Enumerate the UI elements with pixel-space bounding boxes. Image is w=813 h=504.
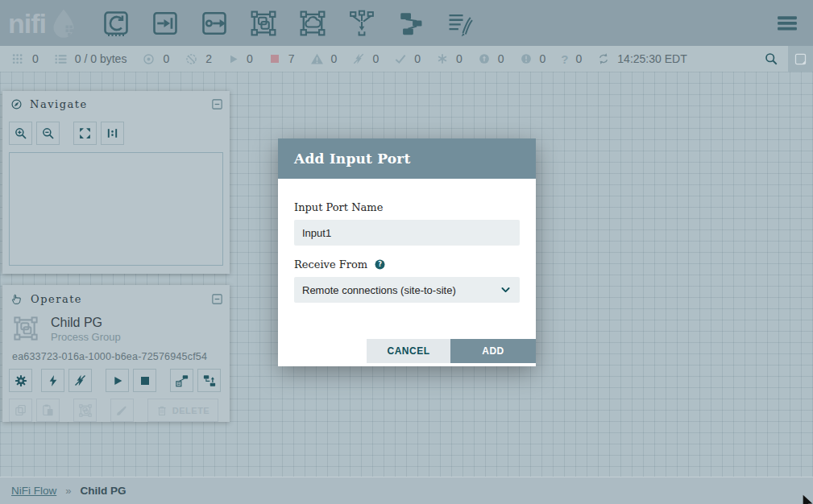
breadcrumb-root-link[interactable]: NiFi Flow: [11, 485, 56, 497]
stat-stale: 0: [478, 52, 504, 65]
receive-from-label-text: Receive From: [294, 258, 367, 271]
stale-icon: [478, 52, 491, 65]
operate-toolbar-row2: DELETE: [2, 392, 230, 422]
transmitting-count: 0: [163, 52, 169, 65]
cancel-button[interactable]: CANCEL: [367, 339, 450, 363]
stat-queued: 0 / 0 bytes: [54, 52, 127, 66]
disable-button[interactable]: [68, 369, 92, 392]
question-circle-icon: [374, 258, 386, 271]
stat-invalid: 0: [310, 52, 338, 66]
save-template-button[interactable]: [170, 369, 193, 392]
zoom-fit-button[interactable]: [73, 122, 97, 145]
zoom-out-button[interactable]: [36, 122, 60, 145]
not-transmitting-count: 2: [205, 52, 212, 65]
process-group-draggable[interactable]: [248, 8, 279, 39]
zoom-fit-icon: [78, 126, 92, 140]
mouse-cursor: [802, 494, 813, 504]
operate-panel-title: Operate: [31, 293, 82, 305]
dialog-header: Add Input Port: [278, 138, 536, 179]
receive-from-dropdown[interactable]: Remote connections (site-to-site): [294, 277, 520, 303]
stat-locally-modified-stale: 0: [520, 52, 546, 65]
refresh-icon: [597, 52, 610, 65]
not-transmitting-icon: [185, 52, 198, 66]
breadcrumb-current: Child PG: [80, 485, 126, 497]
start-button[interactable]: [106, 369, 129, 392]
process-group-icon: [249, 9, 278, 38]
search-button[interactable]: [754, 46, 788, 72]
dialog-title: Add Input Port: [294, 151, 411, 167]
output-port-draggable[interactable]: [199, 8, 230, 39]
add-button[interactable]: ADD: [450, 339, 536, 363]
invalid-icon: [310, 52, 324, 66]
stat-sync-failure: ?0: [561, 52, 582, 66]
remote-process-group-draggable[interactable]: [297, 8, 328, 39]
upload-template-icon: [202, 374, 217, 388]
template-draggable[interactable]: [396, 8, 426, 39]
dialog-body: Input Port Name Receive From Remote conn…: [278, 179, 536, 303]
stop-icon: [139, 374, 151, 387]
label-draggable[interactable]: [445, 8, 475, 39]
breadcrumb: NiFi Flow » Child PG: [0, 477, 813, 504]
zoom-in-button[interactable]: [9, 122, 32, 145]
stopped-count: 7: [288, 52, 295, 65]
copy-button[interactable]: [9, 399, 32, 422]
navigate-panel-header: Navigate: [2, 91, 230, 117]
panel-toggle-button[interactable]: [788, 46, 813, 72]
operate-panel-header: Operate: [2, 285, 230, 312]
save-template-icon: [175, 374, 189, 388]
collapse-icon: [211, 293, 223, 305]
disabled-count: 0: [372, 52, 379, 65]
up-to-date-icon: [394, 52, 407, 65]
stat-locally-modified: 0: [436, 52, 462, 65]
operate-collapse-button[interactable]: [211, 293, 223, 305]
app-header: nifi: [0, 0, 813, 46]
locally-modified-stale-icon: [520, 52, 533, 65]
paste-button[interactable]: [36, 399, 60, 422]
navigate-collapse-button[interactable]: [211, 98, 223, 110]
hamburger-icon: [774, 13, 800, 34]
selection-type: Process Group: [51, 331, 121, 343]
nifi-app-window: nifi 0 0 / 0 bytes 0 2 0 7 0 0 0 0 0 0 ?…: [0, 0, 813, 504]
locally-modified-icon: [436, 52, 449, 65]
navigate-panel: Navigate: [2, 91, 230, 274]
chevron-down-icon: [500, 284, 512, 296]
delete-button-label: DELETE: [172, 406, 209, 415]
refresh-button[interactable]: [597, 52, 610, 65]
running-count: 0: [247, 52, 253, 65]
last-refreshed-time: 14:25:30 EDT: [617, 52, 686, 65]
selection-id: ea633723-016a-1000-b6ea-72576945cf54: [2, 343, 230, 362]
receive-from-label: Receive From: [294, 258, 520, 271]
input-port-draggable[interactable]: [150, 8, 180, 39]
queued-count: 0 / 0 bytes: [75, 52, 127, 65]
stop-button[interactable]: [133, 369, 156, 392]
group-button[interactable]: [73, 399, 97, 422]
sync-failure-count: 0: [576, 52, 583, 65]
processor-draggable[interactable]: [101, 8, 131, 39]
locally-modified-stale-count: 0: [540, 52, 546, 65]
birdseye-map[interactable]: [9, 152, 223, 266]
queued-icon: [54, 52, 68, 66]
enable-button[interactable]: [41, 369, 64, 392]
trash-icon: [156, 405, 168, 416]
fill-color-button[interactable]: [110, 399, 134, 422]
up-to-date-count: 0: [414, 52, 421, 65]
enable-bolt-icon: [47, 374, 60, 387]
stat-refresh: 14:25:30 EDT: [597, 52, 686, 65]
configuration-button[interactable]: [9, 369, 32, 392]
operate-panel: Operate Child PG Process Group ea633723-…: [2, 285, 230, 422]
stat-running: 0: [227, 52, 253, 65]
actual-size-button[interactable]: [101, 122, 124, 145]
funnel-icon: [348, 10, 375, 37]
dialog-buttons: CANCEL ADD: [367, 339, 536, 363]
funnel-draggable[interactable]: [346, 8, 377, 39]
stopped-icon: [268, 52, 281, 65]
receive-from-help-button[interactable]: [374, 258, 386, 271]
delete-button[interactable]: DELETE: [147, 399, 218, 422]
input-port-name-field[interactable]: [294, 220, 520, 246]
global-menu-button[interactable]: [774, 13, 800, 34]
remote-process-group-icon: [298, 9, 327, 38]
upload-template-button[interactable]: [197, 369, 221, 392]
collapse-icon: [211, 98, 223, 110]
paste-icon: [41, 403, 55, 417]
zoom-out-icon: [41, 126, 56, 141]
